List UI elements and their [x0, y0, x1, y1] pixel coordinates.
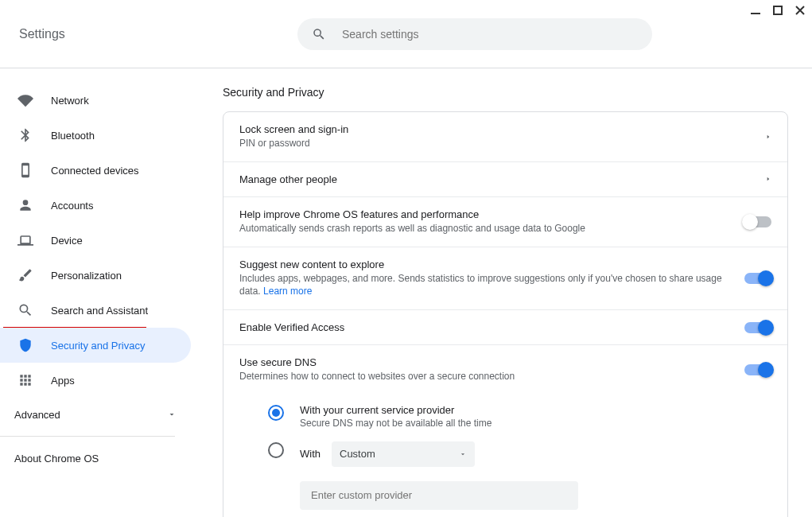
search-icon: [312, 27, 326, 41]
shield-icon: [17, 337, 33, 353]
brush-icon: [17, 267, 33, 283]
toggle-secure-dns[interactable]: [744, 364, 771, 375]
radio-custom-provider[interactable]: [268, 442, 284, 458]
sidebar-item-label: Connected devices: [51, 165, 139, 177]
phone-icon: [17, 162, 33, 178]
close-icon[interactable]: [795, 5, 806, 16]
row-title: Enable Verified Access: [239, 321, 732, 333]
toggle-improve[interactable]: [744, 216, 771, 227]
sidebar-item-device[interactable]: Device: [0, 223, 191, 258]
row-subtitle: Includes apps, webpages, and more. Sends…: [239, 272, 732, 299]
row-title: Lock screen and sign-in: [239, 123, 752, 135]
laptop-icon: [17, 232, 33, 248]
bluetooth-icon: [17, 127, 33, 143]
sidebar-item-label: Security and Privacy: [51, 340, 146, 352]
apps-icon: [17, 372, 33, 388]
row-suggest-content: Suggest new content to explore Includes …: [223, 247, 787, 311]
row-title: Use secure DNS: [239, 356, 732, 368]
sidebar-item-security[interactable]: Security and Privacy: [0, 328, 191, 363]
option-title: With your current service provider: [300, 404, 771, 416]
sidebar-item-label: Personalization: [51, 270, 122, 282]
dns-custom-input-wrap[interactable]: [300, 481, 578, 510]
sidebar-item-label: Apps: [51, 375, 75, 387]
radio-current-provider[interactable]: [268, 405, 284, 421]
option-subtitle: Secure DNS may not be available all the …: [300, 418, 771, 429]
sidebar-item-search-assistant[interactable]: Search and Assistant: [0, 293, 191, 328]
sidebar-item-connected-devices[interactable]: Connected devices: [0, 153, 191, 188]
select-value: Custom: [340, 448, 375, 460]
sidebar-about[interactable]: About Chrome OS: [0, 441, 191, 465]
sidebar: Network Bluetooth Connected devices Acco…: [0, 68, 191, 517]
section-heading: Security and Privacy: [223, 86, 788, 99]
row-subtitle: PIN or password: [239, 137, 752, 150]
row-verified-access: Enable Verified Access: [223, 310, 787, 345]
dns-option-custom[interactable]: With Custom: [268, 435, 771, 473]
search-input[interactable]: [340, 27, 646, 41]
row-subtitle: Determines how to connect to websites ov…: [239, 370, 732, 383]
settings-card: Lock screen and sign-in PIN or password …: [223, 111, 788, 517]
person-icon: [17, 197, 33, 213]
row-lock-screen[interactable]: Lock screen and sign-in PIN or password: [223, 112, 787, 162]
chevron-right-icon: [765, 132, 771, 142]
sidebar-advanced[interactable]: Advanced: [0, 398, 191, 431]
advanced-label: Advanced: [14, 409, 60, 421]
sidebar-item-apps[interactable]: Apps: [0, 363, 191, 398]
sidebar-item-label: Search and Assistant: [51, 305, 148, 317]
minimize-icon[interactable]: [750, 5, 761, 16]
sidebar-item-label: Accounts: [51, 200, 93, 212]
option-title: With: [300, 448, 321, 460]
chevron-down-icon: [459, 450, 467, 458]
learn-more-link[interactable]: Learn more: [263, 286, 312, 297]
sidebar-item-label: Device: [51, 235, 83, 247]
sidebar-item-label: Bluetooth: [51, 130, 95, 142]
maximize-icon[interactable]: [772, 5, 783, 16]
search-icon: [17, 302, 33, 318]
sidebar-item-bluetooth[interactable]: Bluetooth: [0, 118, 191, 153]
row-improve-chromeos: Help improve Chrome OS features and perf…: [223, 197, 787, 247]
sidebar-item-label: Network: [51, 95, 89, 107]
toggle-verified[interactable]: [744, 322, 771, 333]
chevron-down-icon: [167, 410, 177, 419]
search-bar[interactable]: [297, 18, 652, 50]
svg-rect-1: [774, 6, 782, 14]
row-manage-people[interactable]: Manage other people: [223, 162, 787, 197]
sidebar-item-accounts[interactable]: Accounts: [0, 188, 191, 223]
row-secure-dns: Use secure DNS Determines how to connect…: [223, 345, 787, 395]
window-controls: [750, 5, 806, 16]
wifi-icon: [17, 92, 33, 108]
row-subtitle: Automatically sends crash reports as wel…: [239, 222, 732, 235]
dns-provider-select[interactable]: Custom: [332, 441, 475, 467]
toggle-suggest[interactable]: [744, 273, 771, 284]
sidebar-item-personalization[interactable]: Personalization: [0, 258, 191, 293]
row-title: Help improve Chrome OS features and perf…: [239, 208, 732, 220]
row-title: Suggest new content to explore: [239, 258, 732, 270]
sidebar-item-network[interactable]: Network: [0, 83, 191, 118]
row-title: Manage other people: [239, 173, 752, 185]
svg-rect-0: [751, 13, 760, 14]
chevron-right-icon: [765, 174, 771, 184]
page-title: Settings: [19, 27, 297, 41]
dns-custom-input[interactable]: [309, 488, 569, 502]
dns-option-current[interactable]: With your current service provider Secur…: [268, 398, 771, 435]
dns-options: With your current service provider Secur…: [223, 395, 787, 517]
